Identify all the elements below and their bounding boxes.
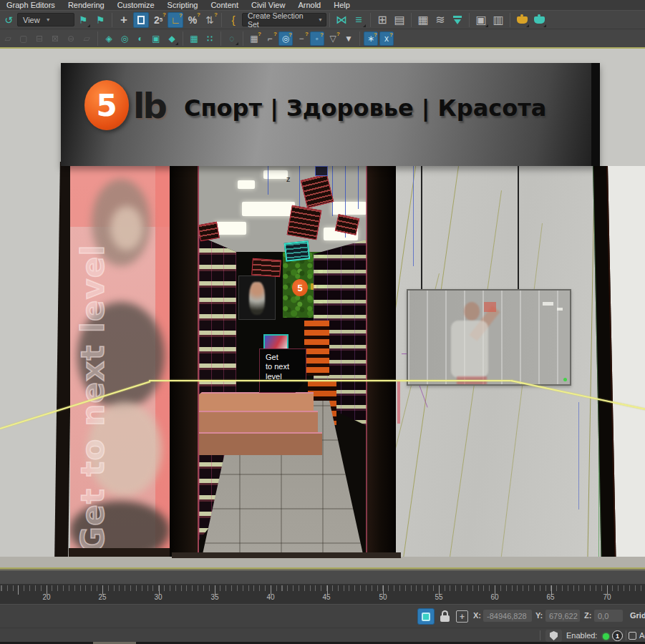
tv-highlight bbox=[543, 302, 553, 306]
curve-editor-icon[interactable]: ▦ bbox=[415, 12, 431, 28]
frame-label: 50 bbox=[379, 593, 387, 601]
detach-icon[interactable]: ⊖ bbox=[64, 31, 78, 46]
select-and-link-icon[interactable]: ▱ bbox=[1, 31, 15, 46]
pivot-snap-toggle[interactable]: ◎? bbox=[278, 31, 293, 46]
tv-figure bbox=[249, 282, 265, 315]
render-setup-icon[interactable]: ▣ bbox=[473, 12, 489, 28]
bind-to-spacewarp-icon[interactable]: ⊟ bbox=[32, 31, 47, 46]
tv-man-tank-top bbox=[451, 321, 488, 378]
y-coordinate-field[interactable]: 679,622 bbox=[545, 610, 580, 622]
select-and-move-icon[interactable]: + bbox=[116, 12, 132, 28]
x-coordinate-field[interactable]: -84946,828 bbox=[483, 610, 532, 622]
scene-explorer-icon[interactable]: ▤ bbox=[392, 12, 407, 28]
wireframe-line bbox=[578, 402, 579, 509]
isolate-icon bbox=[422, 613, 430, 621]
absolute-mode-transform-icon[interactable]: + bbox=[456, 610, 468, 623]
menu-civil-view[interactable]: Civil View bbox=[245, 1, 291, 9]
undo-icon[interactable]: ↺ bbox=[1, 12, 16, 28]
bookmark-flag2-icon[interactable]: ⚑ bbox=[92, 12, 108, 28]
viewport-3d[interactable]: 5 Get to next level bbox=[0, 47, 645, 570]
viewport-layout-dropdown[interactable]: View ▼ bbox=[17, 13, 74, 26]
status-separator bbox=[626, 630, 626, 640]
tv-power-led bbox=[563, 378, 567, 381]
toolbar-separator bbox=[411, 13, 412, 27]
menu-scripting[interactable]: Scripting bbox=[161, 1, 205, 9]
split-icon[interactable]: ▱ bbox=[79, 31, 94, 46]
autogrid-icon[interactable]: ▦ bbox=[187, 31, 201, 46]
rendered-frame-window-icon[interactable]: ▥ bbox=[490, 12, 506, 28]
time-slider-track[interactable] bbox=[0, 570, 645, 584]
schematic-view-icon[interactable]: ≋ bbox=[432, 12, 448, 28]
chevron-down-icon: ▼ bbox=[46, 17, 51, 22]
grid-dots-icon[interactable]: ∷ bbox=[203, 31, 217, 46]
face-snap-toggle[interactable]: ▽? bbox=[326, 31, 340, 46]
selection-lock-icon[interactable] bbox=[440, 610, 450, 622]
create-selection-set-dropdown[interactable]: Create Selection Set ▼ bbox=[242, 13, 326, 26]
track-bar[interactable]: 20 25 30 35 40 45 50 55 60 65 70 bbox=[0, 584, 645, 604]
region-select-icon[interactable]: ▣ bbox=[149, 31, 163, 46]
lamp-wire bbox=[299, 166, 300, 208]
menu-rendering[interactable]: Rendering bbox=[62, 1, 111, 9]
snap-toggle-2.5d[interactable]: 25 ? bbox=[150, 12, 166, 28]
axis-constraint-snap-toggle[interactable]: ∗? bbox=[364, 31, 378, 46]
render-production-icon[interactable] bbox=[514, 12, 530, 28]
add-button[interactable]: Add bbox=[639, 631, 645, 640]
question-mark-icon: ? bbox=[389, 31, 393, 38]
tv-hanger-wire bbox=[518, 166, 519, 289]
question-mark-icon: ? bbox=[197, 11, 200, 18]
pendant-lamp bbox=[287, 205, 322, 240]
scene-security-button[interactable] bbox=[545, 630, 562, 642]
menu-content[interactable]: Content bbox=[204, 1, 245, 9]
menu-help[interactable]: Help bbox=[327, 1, 357, 9]
paint-deform-icon[interactable]: ◐ bbox=[133, 31, 147, 46]
face-center-snap-icon[interactable]: ▼ bbox=[341, 31, 356, 46]
edit-named-selection-sets-icon[interactable]: { bbox=[225, 12, 241, 28]
percent-snap-toggle[interactable]: %? bbox=[185, 12, 200, 28]
security-enabled-label: Enabled: bbox=[566, 631, 597, 640]
align-icon[interactable]: ≡ bbox=[351, 12, 367, 28]
menu-graph-editors[interactable]: Graph Editors bbox=[0, 1, 62, 9]
pendant-lamp bbox=[315, 166, 328, 176]
bookmark-flag-icon[interactable]: ⚑ bbox=[75, 12, 91, 28]
ceiling-light-panel bbox=[238, 180, 255, 189]
mirror-icon[interactable]: ⋈ bbox=[334, 12, 349, 28]
spinner-snap-toggle[interactable]: ⇅? bbox=[202, 12, 218, 28]
render-in-cloud-icon[interactable] bbox=[531, 12, 547, 28]
status-bar: + X: -84946,828 Y: 679,622 Z: 0,0 Grid bbox=[0, 604, 645, 628]
z-coordinate-field[interactable]: 0,0 bbox=[594, 610, 623, 622]
layer-explorer-icon[interactable]: ⊞ bbox=[374, 12, 390, 28]
grid-line-center bbox=[149, 380, 513, 381]
store-interior: 5 Get to next level bbox=[199, 166, 367, 570]
frozen-snap-toggle[interactable]: x? bbox=[379, 31, 394, 46]
orbit-gizmo-icon[interactable]: ◎ bbox=[117, 31, 132, 46]
attach-icon[interactable]: ⊠ bbox=[48, 31, 62, 46]
pendant-lamp-selected bbox=[284, 240, 311, 261]
grid-points-snap-toggle[interactable]: ▦? bbox=[247, 31, 261, 46]
menu-arnold[interactable]: Arnold bbox=[291, 1, 327, 9]
storefront-sign: 5 lb Спорт | Здоровье | Красота bbox=[61, 63, 600, 166]
question-mark-icon: ? bbox=[336, 31, 340, 37]
toolbar-separator bbox=[221, 13, 222, 27]
frame-label: 65 bbox=[546, 593, 554, 601]
door-frame-left bbox=[170, 166, 199, 558]
select-object-button[interactable] bbox=[133, 12, 149, 28]
ceiling-light-panel bbox=[242, 202, 295, 216]
pivot-tool-icon[interactable]: ◆ bbox=[165, 31, 179, 46]
edge-snap-toggle[interactable]: −? bbox=[294, 31, 309, 46]
bone-snap-toggle[interactable]: ⌐? bbox=[263, 31, 277, 46]
isolate-selection-toggle[interactable] bbox=[417, 608, 435, 625]
material-editor-icon[interactable] bbox=[450, 12, 465, 28]
percent-icon: % bbox=[188, 14, 197, 26]
midpoint-snap-toggle[interactable]: ◦? bbox=[310, 31, 324, 46]
teapot-icon bbox=[534, 16, 545, 24]
soft-selection-icon[interactable]: ◌ bbox=[225, 31, 239, 46]
menu-customize[interactable]: Customize bbox=[111, 1, 161, 9]
scatter-icon[interactable]: ◈ bbox=[102, 31, 116, 46]
y-value: 679,622 bbox=[549, 612, 578, 620]
material-arrow-icon bbox=[452, 15, 462, 25]
angle-snap-toggle[interactable]: ∟? bbox=[168, 12, 183, 28]
notification-count-badge[interactable]: 1 bbox=[612, 630, 623, 641]
unlink-selection-icon[interactable]: ▢ bbox=[16, 31, 31, 46]
tv-red-cup bbox=[484, 302, 496, 312]
spinner-arrows-icon: ⇅ bbox=[205, 14, 214, 26]
